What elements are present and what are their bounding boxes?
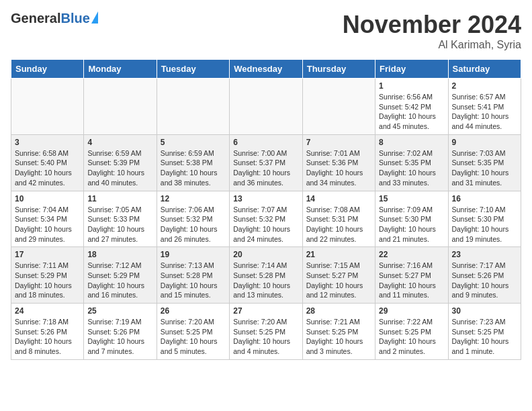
day-number: 15 [379,194,444,203]
day-number: 20 [233,250,298,259]
page-header: General Blue November 2024 Al Karimah, S… [11,11,521,51]
calendar-day-cell: 6Sunrise: 7:00 AM Sunset: 5:37 PM Daylig… [230,134,302,191]
title-block: November 2024 Al Karimah, Syria [343,11,521,51]
day-number: 9 [452,138,517,147]
day-number: 28 [306,306,371,316]
day-info: Sunrise: 7:05 AM Sunset: 5:33 PM Dayligh… [87,205,152,244]
logo: General Blue [11,11,98,26]
day-info: Sunrise: 7:23 AM Sunset: 5:25 PM Dayligh… [452,317,517,357]
day-info: Sunrise: 7:11 AM Sunset: 5:29 PM Dayligh… [15,261,80,300]
day-number: 1 [379,81,444,91]
calendar-day-cell: 30Sunrise: 7:23 AM Sunset: 5:25 PM Dayli… [448,304,521,360]
day-number: 23 [452,250,517,259]
day-number: 30 [452,306,517,316]
day-number: 6 [233,138,298,147]
day-number: 12 [161,194,226,203]
calendar-day-cell: 23Sunrise: 7:17 AM Sunset: 5:26 PM Dayli… [448,247,521,304]
day-info: Sunrise: 7:13 AM Sunset: 5:28 PM Dayligh… [161,261,226,300]
logo-blue-text: Blue [60,11,89,26]
calendar-day-cell: 26Sunrise: 7:20 AM Sunset: 5:25 PM Dayli… [157,304,229,360]
day-number: 14 [306,194,371,203]
calendar-day-cell: 9Sunrise: 7:03 AM Sunset: 5:35 PM Daylig… [448,134,521,191]
day-info: Sunrise: 7:20 AM Sunset: 5:25 PM Dayligh… [233,317,298,357]
day-info: Sunrise: 7:09 AM Sunset: 5:30 PM Dayligh… [379,205,444,244]
calendar-day-cell: 12Sunrise: 7:06 AM Sunset: 5:32 PM Dayli… [157,191,229,247]
day-info: Sunrise: 7:20 AM Sunset: 5:25 PM Dayligh… [161,317,226,357]
calendar-day-cell: 18Sunrise: 7:12 AM Sunset: 5:29 PM Dayli… [84,247,157,304]
calendar-day-cell: 29Sunrise: 7:22 AM Sunset: 5:25 PM Dayli… [375,304,448,360]
day-info: Sunrise: 7:17 AM Sunset: 5:26 PM Dayligh… [452,261,517,300]
calendar-day-cell [84,79,157,135]
day-number: 8 [379,138,444,147]
calendar-day-cell: 10Sunrise: 7:04 AM Sunset: 5:34 PM Dayli… [11,191,84,247]
logo-icon [91,11,98,24]
day-info: Sunrise: 7:03 AM Sunset: 5:35 PM Dayligh… [452,148,517,188]
day-info: Sunrise: 7:08 AM Sunset: 5:31 PM Dayligh… [306,205,371,244]
day-number: 24 [15,306,80,316]
day-info: Sunrise: 7:02 AM Sunset: 5:35 PM Dayligh… [379,148,444,188]
weekday-header-thursday: Thursday [302,60,375,79]
calendar-day-cell: 16Sunrise: 7:10 AM Sunset: 5:30 PM Dayli… [448,191,521,247]
day-info: Sunrise: 6:56 AM Sunset: 5:42 PM Dayligh… [379,92,444,132]
weekday-header-friday: Friday [375,60,448,79]
calendar-week-row: 3Sunrise: 6:58 AM Sunset: 5:40 PM Daylig… [11,134,521,191]
day-info: Sunrise: 7:15 AM Sunset: 5:27 PM Dayligh… [306,261,371,300]
day-number: 25 [87,306,152,316]
calendar-day-cell: 24Sunrise: 7:18 AM Sunset: 5:26 PM Dayli… [11,304,84,360]
calendar-day-cell: 28Sunrise: 7:21 AM Sunset: 5:25 PM Dayli… [302,304,375,360]
calendar-week-row: 17Sunrise: 7:11 AM Sunset: 5:29 PM Dayli… [11,247,521,304]
weekday-header-saturday: Saturday [448,60,521,79]
day-info: Sunrise: 7:16 AM Sunset: 5:27 PM Dayligh… [379,261,444,300]
day-info: Sunrise: 7:21 AM Sunset: 5:25 PM Dayligh… [306,317,371,357]
calendar-day-cell: 11Sunrise: 7:05 AM Sunset: 5:33 PM Dayli… [84,191,157,247]
location-title: Al Karimah, Syria [343,39,521,51]
day-number: 10 [15,194,80,203]
weekday-header-wednesday: Wednesday [230,60,302,79]
day-number: 18 [87,250,152,259]
day-number: 19 [161,250,226,259]
month-title: November 2024 [343,11,521,39]
calendar-day-cell: 3Sunrise: 6:58 AM Sunset: 5:40 PM Daylig… [11,134,84,191]
calendar-day-cell: 1Sunrise: 6:56 AM Sunset: 5:42 PM Daylig… [375,79,448,135]
calendar-day-cell: 17Sunrise: 7:11 AM Sunset: 5:29 PM Dayli… [11,247,84,304]
day-number: 22 [379,250,444,259]
calendar-day-cell: 21Sunrise: 7:15 AM Sunset: 5:27 PM Dayli… [302,247,375,304]
day-info: Sunrise: 7:04 AM Sunset: 5:34 PM Dayligh… [15,205,80,244]
day-info: Sunrise: 7:00 AM Sunset: 5:37 PM Dayligh… [233,148,298,188]
calendar-day-cell: 8Sunrise: 7:02 AM Sunset: 5:35 PM Daylig… [375,134,448,191]
day-number: 13 [233,194,298,203]
calendar-day-cell: 27Sunrise: 7:20 AM Sunset: 5:25 PM Dayli… [230,304,302,360]
calendar-day-cell: 25Sunrise: 7:19 AM Sunset: 5:26 PM Dayli… [84,304,157,360]
day-number: 16 [452,194,517,203]
day-info: Sunrise: 7:14 AM Sunset: 5:28 PM Dayligh… [233,261,298,300]
day-number: 3 [15,138,80,147]
calendar-day-cell: 5Sunrise: 6:59 AM Sunset: 5:38 PM Daylig… [157,134,229,191]
day-number: 17 [15,250,80,259]
calendar-table: SundayMondayTuesdayWednesdayThursdayFrid… [11,59,521,360]
day-info: Sunrise: 7:07 AM Sunset: 5:32 PM Dayligh… [233,205,298,244]
calendar-day-cell: 20Sunrise: 7:14 AM Sunset: 5:28 PM Dayli… [230,247,302,304]
day-number: 5 [161,138,226,147]
day-info: Sunrise: 7:12 AM Sunset: 5:29 PM Dayligh… [87,261,152,300]
calendar-day-cell [302,79,375,135]
day-number: 11 [87,194,152,203]
day-number: 27 [233,306,298,316]
calendar-day-cell: 4Sunrise: 6:59 AM Sunset: 5:39 PM Daylig… [84,134,157,191]
day-info: Sunrise: 7:19 AM Sunset: 5:26 PM Dayligh… [87,317,152,357]
day-info: Sunrise: 7:18 AM Sunset: 5:26 PM Dayligh… [15,317,80,357]
weekday-header-tuesday: Tuesday [157,60,229,79]
day-info: Sunrise: 6:59 AM Sunset: 5:38 PM Dayligh… [161,148,226,188]
calendar-day-cell: 7Sunrise: 7:01 AM Sunset: 5:36 PM Daylig… [302,134,375,191]
day-info: Sunrise: 7:22 AM Sunset: 5:25 PM Dayligh… [379,317,444,357]
calendar-day-cell: 13Sunrise: 7:07 AM Sunset: 5:32 PM Dayli… [230,191,302,247]
calendar-day-cell [11,79,84,135]
calendar-day-cell: 19Sunrise: 7:13 AM Sunset: 5:28 PM Dayli… [157,247,229,304]
day-number: 21 [306,250,371,259]
day-number: 7 [306,138,371,147]
day-info: Sunrise: 6:58 AM Sunset: 5:40 PM Dayligh… [15,148,80,188]
day-number: 2 [452,81,517,91]
calendar-day-cell: 15Sunrise: 7:09 AM Sunset: 5:30 PM Dayli… [375,191,448,247]
logo-general-text: General [11,11,60,26]
calendar-day-cell [157,79,229,135]
calendar-day-cell: 14Sunrise: 7:08 AM Sunset: 5:31 PM Dayli… [302,191,375,247]
